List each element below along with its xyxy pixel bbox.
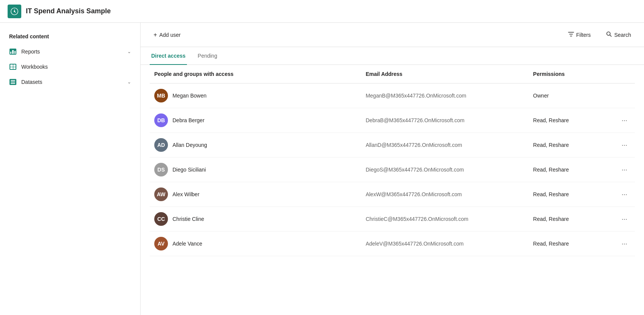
table-row: AD Allan Deyoung AllanD@M365x447726.OnMi…	[150, 133, 635, 158]
actions-cell: ···	[614, 207, 635, 232]
sidebar-label-datasets: Datasets	[21, 79, 42, 85]
person-name: Alex Wilber	[172, 191, 199, 197]
person-cell: MB Megan Bowen	[150, 83, 361, 108]
person-cell: CC Christie Cline	[150, 207, 361, 232]
col-header-permissions: Permissions	[528, 65, 614, 83]
sidebar-label-reports: Reports	[21, 49, 40, 55]
permission-value: Owner	[533, 93, 549, 99]
access-table-container: People and groups with access Email Addr…	[141, 65, 644, 315]
avatar: MB	[154, 89, 168, 102]
person-name: Debra Berger	[172, 117, 204, 123]
permission-cell: Read, Reshare	[528, 133, 614, 158]
person-name: Megan Bowen	[172, 93, 207, 99]
table-row: CC Christie Cline ChristieC@M365x447726.…	[150, 207, 635, 232]
table-row: MB Megan Bowen MeganB@M365x447726.OnMicr…	[150, 83, 635, 108]
more-options-button[interactable]: ···	[619, 214, 630, 224]
page-title: IT Spend Analysis Sample	[26, 7, 111, 15]
avatar: AV	[154, 237, 168, 250]
actions-cell: ···	[614, 182, 635, 207]
person-cell: AV Adele Vance	[150, 232, 361, 256]
person-name: Christie Cline	[172, 216, 204, 222]
tab-bar: Direct access Pending	[141, 47, 644, 65]
avatar: CC	[154, 212, 168, 226]
sidebar-item-datasets[interactable]: Datasets ⌄	[0, 74, 140, 90]
app-header: IT Spend Analysis Sample	[0, 0, 644, 23]
email-cell: DebraB@M365x447726.OnMicrosoft.com	[361, 108, 528, 133]
chevron-down-icon: ⌄	[127, 79, 131, 85]
email-cell: AllanD@M365x447726.OnMicrosoft.com	[361, 133, 528, 158]
datasets-icon	[9, 78, 17, 86]
permission-cell: Read, Reshare	[528, 182, 614, 207]
permission-value: Read, Reshare	[533, 167, 569, 173]
table-row: AV Adele Vance AdeleV@M365x447726.OnMicr…	[150, 232, 635, 256]
avatar: DS	[154, 163, 168, 176]
email-address: AlexW@M365x447726.OnMicrosoft.com	[366, 191, 462, 197]
actions-cell: ···	[614, 108, 635, 133]
workbooks-icon	[9, 63, 17, 71]
toolbar: + Add user Filters	[141, 23, 644, 47]
actions-cell: ···	[614, 232, 635, 256]
table-row: AW Alex Wilber AlexW@M365x447726.OnMicro…	[150, 182, 635, 207]
access-table: People and groups with access Email Addr…	[150, 65, 635, 256]
sidebar-section-title: Related content	[0, 30, 140, 44]
search-icon	[606, 31, 612, 38]
search-label: Search	[614, 32, 631, 38]
person-name: Adele Vance	[172, 241, 202, 247]
email-cell: MeganB@M365x447726.OnMicrosoft.com	[361, 83, 528, 108]
person-name: Allan Deyoung	[172, 142, 207, 148]
sidebar-item-workbooks[interactable]: Workbooks	[0, 59, 140, 74]
email-address: DiegoS@M365x447726.OnMicrosoft.com	[366, 167, 464, 173]
permission-cell: Read, Reshare	[528, 108, 614, 133]
svg-point-1	[14, 11, 15, 12]
permission-cell: Owner	[528, 83, 614, 108]
permission-cell: Read, Reshare	[528, 158, 614, 182]
actions-cell: ···	[614, 133, 635, 158]
more-options-button[interactable]: ···	[619, 165, 630, 175]
permission-value: Read, Reshare	[533, 191, 569, 197]
search-button[interactable]: Search	[602, 29, 635, 41]
actions-cell: ···	[614, 158, 635, 182]
email-address: DebraB@M365x447726.OnMicrosoft.com	[366, 117, 464, 123]
filters-button[interactable]: Filters	[564, 29, 595, 41]
permission-cell: Read, Reshare	[528, 232, 614, 256]
person-cell: DS Diego Siciliani	[150, 158, 361, 182]
email-cell: DiegoS@M365x447726.OnMicrosoft.com	[361, 158, 528, 182]
more-options-button[interactable]: ···	[619, 189, 630, 199]
sidebar: Related content Reports ⌄ Workbooks	[0, 23, 141, 315]
avatar: DB	[154, 113, 168, 127]
person-cell: AD Allan Deyoung	[150, 133, 361, 158]
permission-cell: Read, Reshare	[528, 207, 614, 232]
more-options-button[interactable]: ···	[619, 140, 630, 150]
actions-cell	[614, 83, 635, 108]
email-address: ChristieC@M365x447726.OnMicrosoft.com	[366, 216, 468, 222]
permission-value: Read, Reshare	[533, 117, 569, 123]
person-cell: DB Debra Berger	[150, 108, 361, 133]
plus-icon: +	[153, 32, 157, 38]
avatar: AW	[154, 187, 168, 201]
table-row: DS Diego Siciliani DiegoS@M365x447726.On…	[150, 158, 635, 182]
email-address: AdeleV@M365x447726.OnMicrosoft.com	[366, 241, 464, 247]
person-name: Diego Siciliani	[172, 167, 206, 173]
more-options-button[interactable]: ···	[619, 115, 630, 125]
permission-value: Read, Reshare	[533, 142, 569, 148]
content-area: + Add user Filters	[141, 23, 644, 315]
table-row: DB Debra Berger DebraB@M365x447726.OnMic…	[150, 108, 635, 133]
col-header-person: People and groups with access	[150, 65, 361, 83]
avatar: AD	[154, 138, 168, 152]
tab-direct-access[interactable]: Direct access	[150, 47, 187, 65]
email-cell: AlexW@M365x447726.OnMicrosoft.com	[361, 182, 528, 207]
sidebar-item-reports[interactable]: Reports ⌄	[0, 44, 140, 59]
col-header-actions	[614, 65, 635, 83]
person-cell: AW Alex Wilber	[150, 182, 361, 207]
email-cell: ChristieC@M365x447726.OnMicrosoft.com	[361, 207, 528, 232]
sidebar-label-workbooks: Workbooks	[21, 64, 48, 70]
permission-value: Read, Reshare	[533, 241, 569, 247]
more-options-button[interactable]: ···	[619, 239, 630, 249]
app-logo-icon	[8, 5, 21, 18]
add-user-button[interactable]: + Add user	[150, 29, 184, 41]
permission-value: Read, Reshare	[533, 216, 569, 222]
tab-pending[interactable]: Pending	[196, 47, 218, 65]
email-address: MeganB@M365x447726.OnMicrosoft.com	[366, 93, 466, 99]
email-cell: AdeleV@M365x447726.OnMicrosoft.com	[361, 232, 528, 256]
col-header-email: Email Address	[361, 65, 528, 83]
